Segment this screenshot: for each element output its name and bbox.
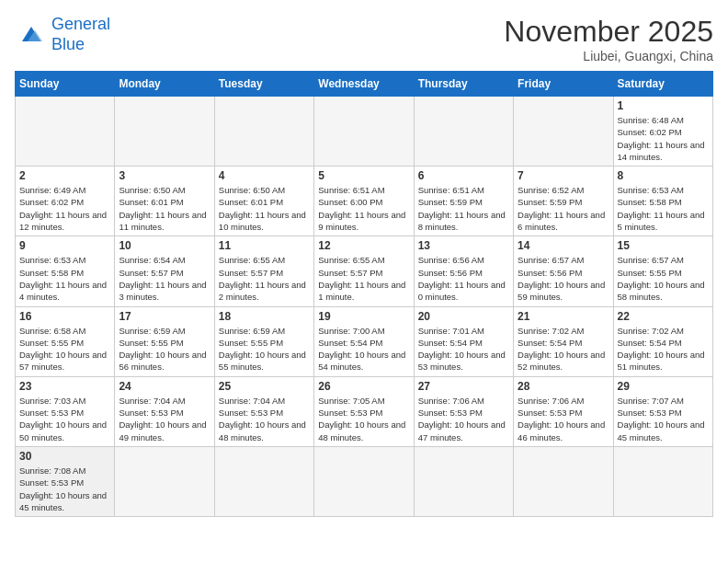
calendar-cell <box>314 97 414 167</box>
calendar-cell <box>115 446 214 516</box>
calendar-day-header-thursday: Thursday <box>414 72 513 97</box>
day-info: Sunrise: 6:54 AM Sunset: 5:57 PM Dayligh… <box>119 254 210 303</box>
calendar-week-row: 16Sunrise: 6:58 AM Sunset: 5:55 PM Dayli… <box>16 306 713 376</box>
logo-text: General Blue <box>51 15 110 54</box>
day-info: Sunrise: 6:55 AM Sunset: 5:57 PM Dayligh… <box>318 254 409 303</box>
calendar-cell: 23Sunrise: 7:03 AM Sunset: 5:53 PM Dayli… <box>16 376 115 446</box>
month-title: November 2025 <box>504 15 713 49</box>
day-info: Sunrise: 7:02 AM Sunset: 5:54 PM Dayligh… <box>518 325 609 373</box>
day-number: 20 <box>418 310 509 323</box>
calendar-cell: 25Sunrise: 7:04 AM Sunset: 5:53 PM Dayli… <box>214 376 313 446</box>
calendar-cell: 3Sunrise: 6:50 AM Sunset: 6:01 PM Daylig… <box>115 167 214 236</box>
day-info: Sunrise: 7:03 AM Sunset: 5:53 PM Dayligh… <box>19 395 110 443</box>
calendar-cell: 21Sunrise: 7:02 AM Sunset: 5:54 PM Dayli… <box>514 306 613 376</box>
calendar-cell: 20Sunrise: 7:01 AM Sunset: 5:54 PM Dayli… <box>414 306 513 376</box>
page-header: General Blue November 2025 Liubei, Guang… <box>15 15 713 63</box>
calendar-cell <box>414 446 513 516</box>
day-info: Sunrise: 7:06 AM Sunset: 5:53 PM Dayligh… <box>418 395 509 443</box>
day-number: 21 <box>518 310 609 323</box>
calendar-cell <box>613 446 712 516</box>
day-number: 18 <box>219 310 310 323</box>
calendar-cell: 7Sunrise: 6:52 AM Sunset: 5:59 PM Daylig… <box>514 167 613 236</box>
day-info: Sunrise: 7:02 AM Sunset: 5:54 PM Dayligh… <box>618 325 709 373</box>
day-number: 10 <box>119 239 210 252</box>
calendar-week-row: 9Sunrise: 6:53 AM Sunset: 5:58 PM Daylig… <box>16 236 713 306</box>
day-info: Sunrise: 7:04 AM Sunset: 5:53 PM Dayligh… <box>119 395 210 443</box>
day-number: 7 <box>518 169 609 182</box>
calendar-cell <box>514 446 613 516</box>
day-info: Sunrise: 7:06 AM Sunset: 5:53 PM Dayligh… <box>518 395 609 443</box>
calendar-cell <box>514 97 613 167</box>
title-block: November 2025 Liubei, Guangxi, China <box>504 15 713 63</box>
day-info: Sunrise: 6:57 AM Sunset: 5:55 PM Dayligh… <box>618 254 709 303</box>
calendar-cell: 8Sunrise: 6:53 AM Sunset: 5:58 PM Daylig… <box>613 167 712 236</box>
calendar-cell: 17Sunrise: 6:59 AM Sunset: 5:55 PM Dayli… <box>115 306 214 376</box>
calendar-cell: 26Sunrise: 7:05 AM Sunset: 5:53 PM Dayli… <box>314 376 414 446</box>
day-number: 15 <box>618 239 709 252</box>
calendar-cell <box>314 446 414 516</box>
calendar-cell: 11Sunrise: 6:55 AM Sunset: 5:57 PM Dayli… <box>214 236 313 306</box>
day-info: Sunrise: 7:00 AM Sunset: 5:54 PM Dayligh… <box>318 325 409 373</box>
calendar-cell: 1Sunrise: 6:48 AM Sunset: 6:02 PM Daylig… <box>613 97 712 167</box>
day-number: 1 <box>618 99 709 112</box>
day-info: Sunrise: 6:51 AM Sunset: 6:00 PM Dayligh… <box>318 184 409 233</box>
calendar-cell: 12Sunrise: 6:55 AM Sunset: 5:57 PM Dayli… <box>314 236 414 306</box>
day-number: 26 <box>318 380 409 393</box>
day-info: Sunrise: 7:04 AM Sunset: 5:53 PM Dayligh… <box>219 395 310 443</box>
day-number: 30 <box>19 450 110 463</box>
day-info: Sunrise: 6:59 AM Sunset: 5:55 PM Dayligh… <box>219 325 310 373</box>
logo: General Blue <box>15 15 110 54</box>
calendar-cell <box>115 97 214 167</box>
calendar-cell <box>16 97 115 167</box>
day-number: 29 <box>618 380 709 393</box>
day-number: 13 <box>418 239 509 252</box>
calendar-cell <box>214 446 313 516</box>
calendar-cell: 4Sunrise: 6:50 AM Sunset: 6:01 PM Daylig… <box>214 167 313 236</box>
day-info: Sunrise: 6:48 AM Sunset: 6:02 PM Dayligh… <box>618 114 709 163</box>
calendar-cell: 16Sunrise: 6:58 AM Sunset: 5:55 PM Dayli… <box>16 306 115 376</box>
day-info: Sunrise: 7:08 AM Sunset: 5:53 PM Dayligh… <box>19 465 110 513</box>
calendar-day-header-sunday: Sunday <box>16 72 115 97</box>
day-info: Sunrise: 7:05 AM Sunset: 5:53 PM Dayligh… <box>318 395 409 443</box>
day-number: 22 <box>618 310 709 323</box>
day-number: 2 <box>19 169 110 182</box>
calendar-cell: 6Sunrise: 6:51 AM Sunset: 5:59 PM Daylig… <box>414 167 513 236</box>
day-info: Sunrise: 6:52 AM Sunset: 5:59 PM Dayligh… <box>518 184 609 233</box>
day-number: 24 <box>119 380 210 393</box>
calendar-day-header-wednesday: Wednesday <box>314 72 414 97</box>
calendar-cell: 13Sunrise: 6:56 AM Sunset: 5:56 PM Dayli… <box>414 236 513 306</box>
day-info: Sunrise: 6:51 AM Sunset: 5:59 PM Dayligh… <box>418 184 509 233</box>
day-number: 23 <box>19 380 110 393</box>
calendar-cell: 18Sunrise: 6:59 AM Sunset: 5:55 PM Dayli… <box>214 306 313 376</box>
calendar-cell: 5Sunrise: 6:51 AM Sunset: 6:00 PM Daylig… <box>314 167 414 236</box>
calendar-table: SundayMondayTuesdayWednesdayThursdayFrid… <box>15 71 713 517</box>
calendar-week-row: 1Sunrise: 6:48 AM Sunset: 6:02 PM Daylig… <box>16 97 713 167</box>
calendar-cell: 28Sunrise: 7:06 AM Sunset: 5:53 PM Dayli… <box>514 376 613 446</box>
day-number: 17 <box>119 310 210 323</box>
day-info: Sunrise: 7:07 AM Sunset: 5:53 PM Dayligh… <box>618 395 709 443</box>
calendar-day-header-tuesday: Tuesday <box>214 72 313 97</box>
day-number: 8 <box>618 169 709 182</box>
calendar-cell <box>414 97 513 167</box>
calendar-header-row: SundayMondayTuesdayWednesdayThursdayFrid… <box>16 72 713 97</box>
day-number: 25 <box>219 380 310 393</box>
location: Liubei, Guangxi, China <box>504 49 713 63</box>
calendar-cell: 14Sunrise: 6:57 AM Sunset: 5:56 PM Dayli… <box>514 236 613 306</box>
calendar-cell: 19Sunrise: 7:00 AM Sunset: 5:54 PM Dayli… <box>314 306 414 376</box>
calendar-day-header-saturday: Saturday <box>613 72 712 97</box>
day-info: Sunrise: 6:56 AM Sunset: 5:56 PM Dayligh… <box>418 254 509 303</box>
day-number: 11 <box>219 239 310 252</box>
day-info: Sunrise: 6:50 AM Sunset: 6:01 PM Dayligh… <box>219 184 310 233</box>
day-info: Sunrise: 6:57 AM Sunset: 5:56 PM Dayligh… <box>518 254 609 303</box>
logo-icon <box>15 21 48 49</box>
day-number: 5 <box>318 169 409 182</box>
calendar-week-row: 23Sunrise: 7:03 AM Sunset: 5:53 PM Dayli… <box>16 376 713 446</box>
day-number: 14 <box>518 239 609 252</box>
day-info: Sunrise: 7:01 AM Sunset: 5:54 PM Dayligh… <box>418 325 509 373</box>
day-number: 12 <box>318 239 409 252</box>
day-info: Sunrise: 6:50 AM Sunset: 6:01 PM Dayligh… <box>119 184 210 233</box>
calendar-week-row: 30Sunrise: 7:08 AM Sunset: 5:53 PM Dayli… <box>16 446 713 516</box>
calendar-cell: 10Sunrise: 6:54 AM Sunset: 5:57 PM Dayli… <box>115 236 214 306</box>
day-number: 9 <box>19 239 110 252</box>
day-info: Sunrise: 6:53 AM Sunset: 5:58 PM Dayligh… <box>618 184 709 233</box>
